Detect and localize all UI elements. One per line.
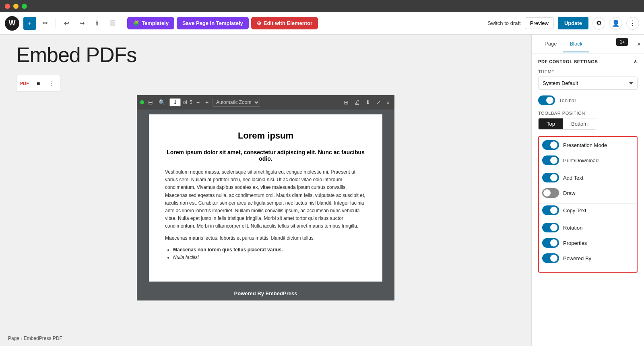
- info-button[interactable]: ℹ: [91, 17, 103, 30]
- block-more-button[interactable]: ⋮: [45, 77, 58, 90]
- maximize-traffic-light[interactable]: [22, 4, 27, 9]
- pdf-toolbar: ⊟ 🔍 of 5 − + Automatic Zoom ⊞ 🖨 ⬇ ⤢ »: [137, 95, 394, 110]
- print-download-label: Print/Download: [563, 157, 599, 164]
- tab-page[interactable]: Page: [538, 36, 563, 52]
- undo-button[interactable]: ↩: [60, 17, 73, 30]
- draw-label: Draw: [563, 190, 575, 196]
- pdf-body: Vestibulum neque massa, scelerisque sit …: [165, 168, 366, 261]
- add-text-label: Add Text: [563, 175, 583, 181]
- sidebar-divider-3: [539, 221, 637, 221]
- title-bar: [0, 0, 644, 12]
- preview-button[interactable]: Preview: [525, 17, 554, 29]
- pdf-zoom-in[interactable]: +: [204, 98, 210, 106]
- breadcrumb-page: Page: [8, 336, 19, 341]
- wp-logo[interactable]: W: [5, 16, 19, 31]
- sidebar-content: PDF Control Settings ∧ THEME System Defa…: [532, 54, 644, 346]
- elementor-button[interactable]: ⊕ Edit with Elementor: [251, 17, 318, 29]
- controls-highlight-box: Presentation Mode Print/Download Add Tex…: [538, 136, 638, 273]
- block-align-button[interactable]: ≡: [32, 77, 45, 90]
- green-dot: [140, 100, 144, 104]
- properties-row: Properties: [539, 238, 637, 248]
- rotation-toggle[interactable]: [542, 223, 559, 232]
- pdf-page-of: of: [183, 99, 187, 105]
- sidebar-tabs: Page Block 1+ ×: [532, 35, 644, 54]
- toolbar-toggle-label: Toolbar: [559, 97, 576, 104]
- toolbar-position-group: Top Bottom: [538, 118, 596, 130]
- print-download-row: Print/Download: [539, 155, 637, 165]
- pdf-subheading: Lorem ipsum dolor sit amet, consectetur …: [165, 149, 366, 162]
- print-download-toggle[interactable]: [542, 155, 559, 165]
- redo-button[interactable]: ↪: [75, 17, 88, 30]
- pdf-list-item-2: Nulla facilisi.: [173, 254, 366, 261]
- pdf-control-settings-header: PDF Control Settings ∧: [538, 59, 638, 64]
- rotation-label: Rotation: [563, 225, 582, 231]
- minimize-traffic-light[interactable]: [13, 4, 19, 9]
- theme-label: THEME: [538, 69, 638, 74]
- pdf-spread-btn[interactable]: ⊞: [342, 98, 350, 106]
- powered-by-row: Powered By: [539, 253, 637, 263]
- pdf-page-input[interactable]: [169, 98, 181, 106]
- pdf-zoom-out[interactable]: −: [195, 98, 201, 106]
- pdf-total-pages: 5: [190, 99, 192, 105]
- rotation-row: Rotation: [539, 223, 637, 232]
- pen-button[interactable]: ✏: [39, 17, 52, 30]
- theme-select[interactable]: System Default Dark Light: [538, 77, 638, 90]
- copy-text-row: Copy Text: [539, 205, 637, 215]
- presentation-mode-toggle[interactable]: [542, 140, 559, 150]
- add-text-row: Add Text: [539, 173, 637, 182]
- toolbar-position-top[interactable]: Top: [539, 118, 563, 129]
- powered-by-label: Powered By: [563, 255, 591, 261]
- more-options-button[interactable]: ⋮: [626, 17, 639, 30]
- properties-label: Properties: [563, 240, 587, 246]
- block-toolbar-container: PDF ≡ ⋮: [16, 75, 60, 95]
- breadcrumb-current: EmbedPress PDF: [24, 336, 62, 341]
- pdf-zoom-select[interactable]: Automatic Zoom: [213, 98, 260, 107]
- pdf-footer: Powered By EmbedPress: [137, 286, 394, 300]
- collapse-icon[interactable]: ∧: [634, 59, 638, 64]
- templately-button[interactable]: 🧩 Templately: [127, 17, 174, 29]
- toolbar-position-bottom[interactable]: Bottom: [563, 118, 596, 129]
- toolbar-toggle[interactable]: [538, 95, 555, 105]
- page-title: Embed PDFs: [16, 43, 136, 67]
- presentation-mode-label: Presentation Mode: [563, 142, 607, 148]
- tab-block[interactable]: Block: [563, 36, 589, 52]
- sidebar-divider-2: [539, 203, 637, 204]
- block-toolbar: PDF ≡ ⋮: [16, 75, 60, 92]
- pdf-sidebar-btn[interactable]: ⊟: [147, 98, 155, 106]
- copy-text-toggle[interactable]: [542, 205, 559, 215]
- draw-toggle[interactable]: [542, 188, 559, 198]
- add-block-button[interactable]: +: [23, 17, 36, 30]
- pdf-body-paragraph1: Vestibulum neque massa, scelerisque sit …: [165, 168, 366, 230]
- properties-toggle[interactable]: [542, 238, 559, 248]
- toolbar-position-label: TOOLBAR POSITION: [538, 111, 638, 116]
- elementor-icon: ⊕: [257, 20, 261, 26]
- pdf-page: Lorem ipsum Lorem ipsum dolor sit amet, …: [149, 114, 382, 282]
- pdf-list-item-1: Maecenas non lorem quis tellus placerat …: [173, 246, 366, 254]
- save-templately-button[interactable]: Save Page In Templately: [177, 17, 249, 29]
- pdf-more-btn[interactable]: »: [385, 98, 391, 106]
- top-toolbar: W + ✏ ↩ ↪ ℹ ☰ 🧩 Templately Save Page In …: [0, 12, 644, 35]
- right-sidebar: Page Block 1+ × PDF Control Settings ∧ T…: [531, 35, 644, 346]
- pdf-body-paragraph2: Maecenas mauris lectus, lobortis et puru…: [165, 234, 366, 242]
- templately-icon: 🧩: [133, 20, 139, 26]
- copy-text-label: Copy Text: [563, 207, 586, 213]
- update-button[interactable]: Update: [558, 17, 588, 29]
- add-text-toggle[interactable]: [542, 173, 559, 182]
- editor-area: Embed PDFs PDF ≡ ⋮ ⊟ 🔍 of 5 − + Automati…: [0, 35, 531, 346]
- pdf-fullscreen-btn[interactable]: ⤢: [374, 98, 382, 106]
- presentation-mode-row: Presentation Mode: [539, 140, 637, 150]
- list-button[interactable]: ☰: [106, 17, 119, 30]
- pdf-block-icon[interactable]: PDF: [18, 77, 31, 90]
- close-traffic-light[interactable]: [5, 4, 10, 9]
- pdf-print-btn[interactable]: 🖨: [353, 98, 361, 106]
- pdf-search-btn[interactable]: 🔍: [157, 98, 167, 106]
- sidebar-close-button[interactable]: ×: [637, 41, 641, 48]
- switch-to-draft-button[interactable]: Switch to draft: [487, 20, 520, 26]
- gear-button[interactable]: ⚙: [592, 17, 605, 30]
- pdf-viewer: ⊟ 🔍 of 5 − + Automatic Zoom ⊞ 🖨 ⬇ ⤢ » L: [137, 95, 394, 300]
- powered-by-toggle[interactable]: [542, 253, 559, 263]
- pdf-control-settings-label: PDF Control Settings: [538, 59, 598, 64]
- pdf-download-btn[interactable]: ⬇: [364, 98, 372, 106]
- toolbar-toggle-row: Toolbar: [538, 95, 638, 105]
- user-button[interactable]: 👤: [609, 17, 622, 30]
